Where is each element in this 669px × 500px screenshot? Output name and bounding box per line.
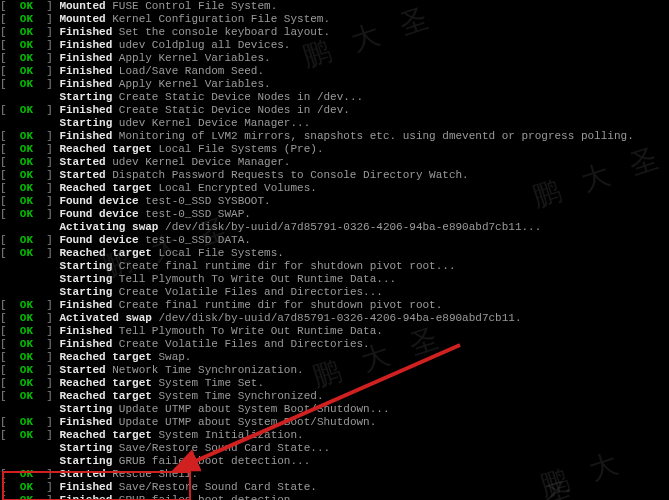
boot-log-line: Starting Create final runtime dir for sh…: [0, 260, 669, 273]
boot-log-line: [ OK ] Found device test-0_SSD SWAP.: [0, 208, 669, 221]
boot-log-line: [ OK ] Found device test-0_SSD SYSBOOT.: [0, 195, 669, 208]
boot-log-line: [ OK ] Finished Apply Kernel Variables.: [0, 78, 669, 91]
boot-log-line: Starting Create Volatile Files and Direc…: [0, 286, 669, 299]
boot-log-line: Starting GRUB failed boot detection...: [0, 455, 669, 468]
boot-log: [ OK ] Mounted FUSE Control File System.…: [0, 0, 669, 500]
boot-log-line: [ OK ] Finished Create Static Device Nod…: [0, 104, 669, 117]
boot-log-line: [ OK ] Started Network Time Synchronizat…: [0, 364, 669, 377]
boot-log-line: [ OK ] Reached target Local File Systems…: [0, 247, 669, 260]
boot-log-line: Starting Tell Plymouth To Write Out Runt…: [0, 273, 669, 286]
boot-log-line: [ OK ] Reached target Swap.: [0, 351, 669, 364]
boot-log-line: [ OK ] Mounted Kernel Configuration File…: [0, 13, 669, 26]
boot-log-line: [ OK ] Finished Load/Save Random Seed.: [0, 65, 669, 78]
boot-terminal: [ OK ] Mounted FUSE Control File System.…: [0, 0, 669, 500]
boot-log-line: [ OK ] Finished Monitoring of LVM2 mirro…: [0, 130, 669, 143]
boot-log-line: [ OK ] Reached target System Time Set.: [0, 377, 669, 390]
boot-log-line: [ OK ] Reached target System Initializat…: [0, 429, 669, 442]
boot-log-line: [ OK ] Started udev Kernel Device Manage…: [0, 156, 669, 169]
boot-log-line: [ OK ] Finished Create final runtime dir…: [0, 299, 669, 312]
boot-log-line: [ OK ] Started Rescue Shell.: [0, 468, 669, 481]
boot-log-line: Starting Save/Restore Sound Card State..…: [0, 442, 669, 455]
boot-log-line: [ OK ] Activated swap /dev/disk/by-uuid/…: [0, 312, 669, 325]
boot-log-line: [ OK ] Finished udev Coldplug all Device…: [0, 39, 669, 52]
boot-log-line: [ OK ] Finished Set the console keyboard…: [0, 26, 669, 39]
boot-log-line: Activating swap /dev/disk/by-uuid/a7d857…: [0, 221, 669, 234]
boot-log-line: [ OK ] Reached target System Time Synchr…: [0, 390, 669, 403]
boot-log-line: Starting Create Static Device Nodes in /…: [0, 91, 669, 104]
boot-log-line: [ OK ] Mounted FUSE Control File System.: [0, 0, 669, 13]
boot-log-line: Starting Update UTMP about System Boot/S…: [0, 403, 669, 416]
boot-log-line: [ OK ] Found device test-0_SSD DATA.: [0, 234, 669, 247]
boot-log-line: [ OK ] Reached target Local File Systems…: [0, 143, 669, 156]
boot-log-line: [ OK ] Finished Create Volatile Files an…: [0, 338, 669, 351]
boot-log-line: Starting udev Kernel Device Manager...: [0, 117, 669, 130]
boot-log-line: [ OK ] Finished Apply Kernel Variables.: [0, 52, 669, 65]
boot-log-line: [ OK ] Reached target Local Encrypted Vo…: [0, 182, 669, 195]
boot-log-line: [ OK ] Finished Update UTMP about System…: [0, 416, 669, 429]
boot-log-line: [ OK ] Finished GRUB failed boot detecti…: [0, 494, 669, 500]
boot-log-line: [ OK ] Finished Save/Restore Sound Card …: [0, 481, 669, 494]
boot-log-line: [ OK ] Started Dispatch Password Request…: [0, 169, 669, 182]
boot-log-line: [ OK ] Finished Tell Plymouth To Write O…: [0, 325, 669, 338]
